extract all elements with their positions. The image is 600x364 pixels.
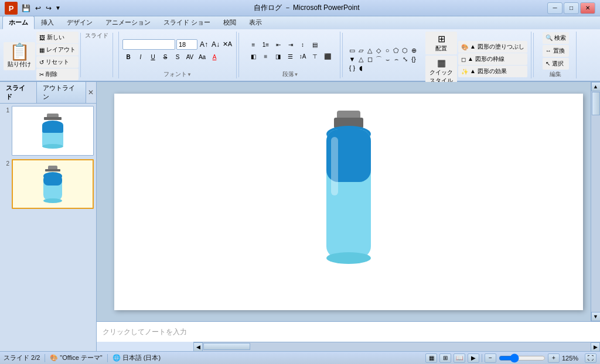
font-name-input[interactable] <box>122 39 175 50</box>
save-button[interactable]: 💾 <box>20 4 32 13</box>
normal-view-button[interactable]: ▦ <box>425 353 437 363</box>
justify-button[interactable]: ☰ <box>285 51 296 62</box>
scroll-up-arrow[interactable]: ▲ <box>591 82 601 91</box>
slide-sorter-button[interactable]: ⊞ <box>439 353 451 363</box>
list-ordered-button[interactable]: 1≡ <box>260 40 272 50</box>
para-expand-icon[interactable]: ▼ <box>294 72 299 77</box>
close-button[interactable]: ✕ <box>580 2 595 14</box>
zoom-out-button[interactable]: − <box>485 353 496 363</box>
arrange-button[interactable]: ⊞ 配置 <box>425 32 457 54</box>
tab-insert[interactable]: 挿入 <box>35 16 60 29</box>
scroll-down-arrow[interactable]: ▼ <box>591 312 601 321</box>
font-color-button[interactable]: A <box>209 52 220 63</box>
paste-button[interactable]: 📋 貼り付け <box>4 42 35 70</box>
underline-button[interactable]: U <box>147 52 159 63</box>
shape-item[interactable]: ⊕ <box>410 46 418 54</box>
panel-close-button[interactable]: ✕ <box>86 88 96 97</box>
redo-button[interactable]: ↪ <box>44 4 53 13</box>
vertical-align-button[interactable]: ⊤ <box>309 51 321 62</box>
align-right-button[interactable]: ◨ <box>272 51 284 62</box>
shape-item[interactable]: ◇ <box>374 46 383 54</box>
tab-animation[interactable]: アニメーション <box>99 16 157 29</box>
tab-home[interactable]: ホーム <box>2 16 35 29</box>
shape-item[interactable]: ⌒ <box>374 55 383 63</box>
shape-item[interactable]: ◖ <box>357 64 365 72</box>
shape-item[interactable]: { } <box>348 64 356 72</box>
text-direction-button[interactable]: ↕A <box>297 51 309 62</box>
line-spacing-button[interactable]: ↕ <box>297 40 309 50</box>
zoom-slider[interactable] <box>499 355 546 361</box>
tab-design[interactable]: デザイン <box>60 16 99 29</box>
fit-window-button[interactable]: ⛶ <box>585 353 596 363</box>
shape-item[interactable]: ◻ <box>366 55 374 63</box>
slide-preview-1 <box>12 106 94 156</box>
scroll-right-arrow[interactable]: ▶ <box>591 342 600 352</box>
customize-button[interactable]: ▼ <box>54 4 62 13</box>
notes-area[interactable]: クリックしてノートを入力 <box>97 321 600 342</box>
column-button[interactable]: ▤ <box>309 40 321 50</box>
tab-slides[interactable]: スライド <box>0 82 37 103</box>
hscroll-thumb[interactable] <box>203 343 250 350</box>
case-button[interactable]: Aa <box>196 52 208 63</box>
tab-view[interactable]: 表示 <box>243 16 268 29</box>
hscroll-track <box>203 342 591 351</box>
shape-item[interactable]: ▭ <box>348 46 356 54</box>
shape-item[interactable]: ⤡ <box>401 55 409 63</box>
shape-item[interactable]: ⬡ <box>401 46 409 54</box>
char-spacing-button[interactable]: AV <box>184 52 196 63</box>
font-size-input[interactable] <box>176 39 197 50</box>
shape-effect-button[interactable]: ✨ ▲ 図形の効果 <box>458 66 527 77</box>
shape-item[interactable]: ○ <box>383 46 391 54</box>
shadow-button[interactable]: S <box>172 52 183 63</box>
slide-thumb-2[interactable]: 2 <box>2 159 94 209</box>
tab-slideshow[interactable]: スライド ショー <box>157 16 217 29</box>
indent-increase-button[interactable]: ⇥ <box>285 40 296 50</box>
shape-outline-button[interactable]: ◻ ▲ 図形の枠線 <box>458 53 527 65</box>
bottom-scrollbar[interactable]: ◀ ▶ <box>193 342 600 351</box>
strikethrough-button[interactable]: S <box>159 52 171 63</box>
reset-button[interactable]: ↺ リセット <box>36 56 79 68</box>
shape-item[interactable]: △ <box>366 46 374 54</box>
smart-art-button[interactable]: ⬛ <box>322 51 333 62</box>
shape-item[interactable]: ⌣ <box>383 55 391 63</box>
shape-item[interactable]: {} <box>410 55 418 63</box>
layout-button[interactable]: ▦ レイアウト <box>36 44 79 56</box>
scroll-thumb[interactable] <box>592 92 600 115</box>
shape-item[interactable]: △ <box>357 55 365 63</box>
list-unordered-button[interactable]: ≡ <box>248 40 260 50</box>
font-expand-icon[interactable]: ▼ <box>187 72 192 77</box>
align-left-button[interactable]: ◧ <box>248 51 260 62</box>
slide-thumb-1[interactable]: 1 <box>2 106 94 156</box>
shape-item[interactable]: ⌢ <box>392 55 400 63</box>
maximize-button[interactable]: □ <box>564 2 579 14</box>
indent-decrease-button[interactable]: ⇤ <box>272 40 284 50</box>
language-text: 日本語 (日本) <box>122 353 161 362</box>
shape-fill-button[interactable]: 🎨 ▲ 図形の塗りつぶし <box>458 41 527 53</box>
shape-item[interactable]: ▱ <box>357 46 365 54</box>
slideshow-button[interactable]: ▶ <box>468 353 479 363</box>
font-shrink-button[interactable]: A↓ <box>210 39 221 50</box>
select-button[interactable]: ↖ 選択 <box>543 58 569 70</box>
reading-view-button[interactable]: 📖 <box>454 353 465 363</box>
shape-dropdown[interactable]: ▼ <box>348 55 356 63</box>
zoom-in-button[interactable]: + <box>548 353 560 363</box>
clear-format-button[interactable]: ✕A <box>222 39 233 50</box>
slide-canvas <box>114 94 583 310</box>
scroll-left-arrow[interactable]: ◀ <box>193 342 203 352</box>
undo-button[interactable]: ↩ <box>33 4 43 13</box>
align-center-button[interactable]: ≡ <box>260 51 272 62</box>
bold-button[interactable]: B <box>122 52 134 63</box>
search-button[interactable]: 🔍 検索 <box>543 32 569 44</box>
shape-outline-label: ▲ 図形の枠線 <box>468 55 504 63</box>
shape-fill-label: ▲ 図形の塗りつぶし <box>470 43 524 51</box>
italic-button[interactable]: I <box>135 52 146 63</box>
replace-button[interactable]: ↔ 置換 <box>543 45 569 57</box>
new-slide-button[interactable]: 🖼 新しい <box>36 32 79 43</box>
tab-outline[interactable]: アウトライン <box>37 82 86 103</box>
tab-review[interactable]: 校閲 <box>217 16 243 29</box>
delete-button[interactable]: ✂ 削除 <box>36 68 79 80</box>
minimize-button[interactable]: ─ <box>547 2 562 14</box>
shape-item[interactable]: ⬠ <box>392 46 400 54</box>
right-scrollbar[interactable]: ▲ ▼ <box>591 82 600 321</box>
font-grow-button[interactable]: A↑ <box>199 39 209 50</box>
